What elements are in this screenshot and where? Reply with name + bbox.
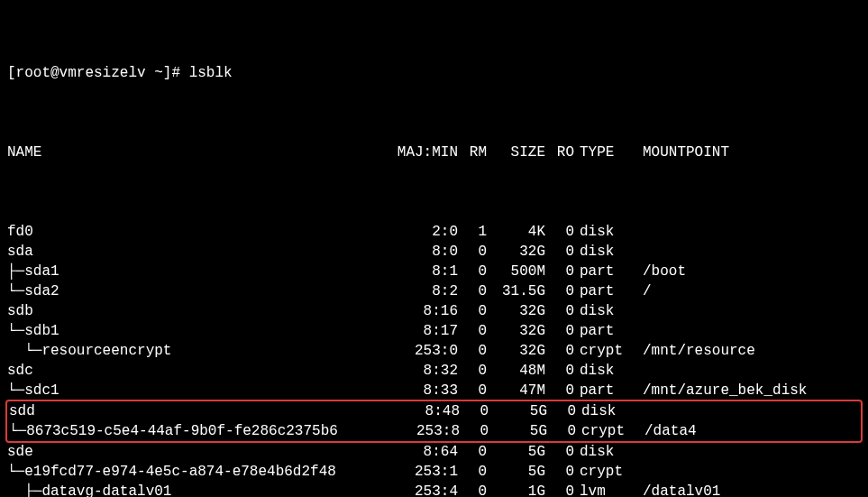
- cell-name: ├─datavg-datalv01: [7, 482, 395, 497]
- cell-size: 47M: [487, 381, 545, 400]
- cell-rm: 0: [458, 442, 487, 462]
- col-header-majmin: MAJ:MIN: [395, 143, 458, 162]
- cell-size: 48M: [487, 361, 545, 381]
- table-row: └─sdc18:33047M0part/mnt/azure_bek_disk: [7, 381, 861, 400]
- table-row: fd02:014K0disk: [7, 222, 861, 242]
- terminal[interactable]: [root@vmresizelv ~]# lsblk NAME MAJ:MIN …: [0, 0, 868, 497]
- cell-type: disk: [574, 361, 634, 381]
- cell-majmin: 8:16: [395, 301, 458, 321]
- cell-size: 32G: [487, 242, 545, 262]
- cell-ro: 0: [545, 262, 574, 281]
- cell-mountpoint: /datalv01: [634, 482, 861, 497]
- prompt-line: [root@vmresizelv ~]# lsblk: [7, 63, 861, 83]
- cell-type: crypt: [574, 462, 634, 482]
- cell-ro: 0: [545, 361, 574, 381]
- cell-name: sdb: [7, 301, 395, 321]
- cell-name: ├─sda1: [7, 262, 395, 281]
- cell-type: crypt: [576, 421, 635, 441]
- cell-name: fd0: [7, 222, 395, 242]
- cell-size: 32G: [487, 341, 545, 361]
- cell-majmin: 8:33: [395, 381, 458, 400]
- cell-size: 4K: [487, 222, 545, 242]
- cell-name: └─sda2: [7, 281, 395, 301]
- cell-size: 5G: [487, 442, 545, 462]
- cell-name: └─resourceencrypt: [7, 341, 395, 361]
- cell-majmin: 8:17: [395, 321, 458, 341]
- cell-rm: 0: [458, 361, 487, 381]
- cell-ro: 0: [545, 381, 574, 400]
- cell-majmin: 253:1: [395, 462, 458, 482]
- cell-majmin: 253:0: [395, 341, 458, 361]
- cell-size: 31.5G: [487, 281, 545, 301]
- cell-rm: 0: [458, 321, 487, 341]
- cell-name: └─sdb1: [7, 321, 395, 341]
- cell-ro: 0: [545, 462, 574, 482]
- cell-majmin: 253:4: [395, 482, 458, 497]
- table-row: ├─sda18:10500M0part/boot: [7, 262, 861, 281]
- col-header-size: SIZE: [487, 143, 545, 162]
- cell-rm: 0: [458, 301, 487, 321]
- cell-rm: 0: [458, 341, 487, 361]
- table-row: └─8673c519-c5e4-44af-9b0f-fe286c2375b625…: [9, 421, 859, 441]
- cell-ro: 0: [547, 401, 576, 421]
- cell-type: disk: [574, 242, 634, 262]
- cell-size: 5G: [487, 462, 545, 482]
- cell-ro: 0: [545, 341, 574, 361]
- cell-ro: 0: [545, 321, 574, 341]
- cell-mountpoint: [635, 401, 859, 421]
- cell-majmin: 8:0: [395, 242, 458, 262]
- cell-size: 5G: [489, 421, 547, 441]
- table-row: └─e19fcd77-e974-4e5c-a874-e78e4b6d2f4825…: [7, 462, 861, 482]
- cell-type: part: [574, 281, 634, 301]
- cell-type: disk: [574, 222, 634, 242]
- cell-majmin: 253:8: [397, 421, 460, 441]
- cell-type: crypt: [574, 341, 634, 361]
- col-header-rm: RM: [458, 143, 487, 162]
- col-header-ro: RO: [545, 143, 574, 162]
- cell-rm: 0: [458, 462, 487, 482]
- cell-mountpoint: /boot: [634, 262, 861, 281]
- highlight-box: sdd8:4805G0disk└─8673c519-c5e4-44af-9b0f…: [5, 400, 863, 443]
- cell-name: └─e19fcd77-e974-4e5c-a874-e78e4b6d2f48: [7, 462, 395, 482]
- cell-size: 32G: [487, 321, 545, 341]
- cell-majmin: 8:1: [395, 262, 458, 281]
- cell-size: 5G: [489, 401, 547, 421]
- lsblk-header-row: NAME MAJ:MIN RM SIZE RO TYPE MOUNTPOINT: [7, 143, 861, 162]
- cell-majmin: 8:2: [395, 281, 458, 301]
- cell-name: sda: [7, 242, 395, 262]
- cell-majmin: 8:32: [395, 361, 458, 381]
- cell-name: sdc: [7, 361, 395, 381]
- cell-type: part: [574, 262, 634, 281]
- table-row: sdd8:4805G0disk: [9, 401, 859, 421]
- cell-type: disk: [574, 301, 634, 321]
- cell-type: part: [574, 321, 634, 341]
- cell-ro: 0: [545, 442, 574, 462]
- cell-majmin: 8:64: [395, 442, 458, 462]
- cell-size: 500M: [487, 262, 545, 281]
- cell-majmin: 2:0: [395, 222, 458, 242]
- table-row: sde8:6405G0disk: [7, 442, 861, 462]
- cell-rm: 0: [458, 242, 487, 262]
- cell-mountpoint: /data4: [635, 421, 859, 441]
- cell-majmin: 8:48: [397, 401, 460, 421]
- table-row: ├─datavg-datalv01253:401G0lvm/datalv01: [7, 482, 861, 497]
- cell-name: └─8673c519-c5e4-44af-9b0f-fe286c2375b6: [9, 421, 397, 441]
- cell-ro: 0: [545, 482, 574, 497]
- cell-rm: 0: [460, 421, 489, 441]
- col-header-type: TYPE: [574, 143, 634, 162]
- cell-size: 1G: [487, 482, 545, 497]
- cell-ro: 0: [545, 301, 574, 321]
- cell-name: sdd: [9, 401, 397, 421]
- cell-ro: 0: [545, 281, 574, 301]
- table-row: └─sdb18:17032G0part: [7, 321, 861, 341]
- cell-rm: 0: [458, 281, 487, 301]
- table-row: sdc8:32048M0disk: [7, 361, 861, 381]
- cell-ro: 0: [545, 242, 574, 262]
- cell-rm: 0: [458, 482, 487, 497]
- command-text: lsblk: [189, 65, 233, 81]
- cell-ro: 0: [545, 222, 574, 242]
- cell-ro: 0: [547, 421, 576, 441]
- cell-mountpoint: /: [634, 281, 861, 301]
- table-row: sda8:0032G0disk: [7, 242, 861, 262]
- cell-rm: 1: [458, 222, 487, 242]
